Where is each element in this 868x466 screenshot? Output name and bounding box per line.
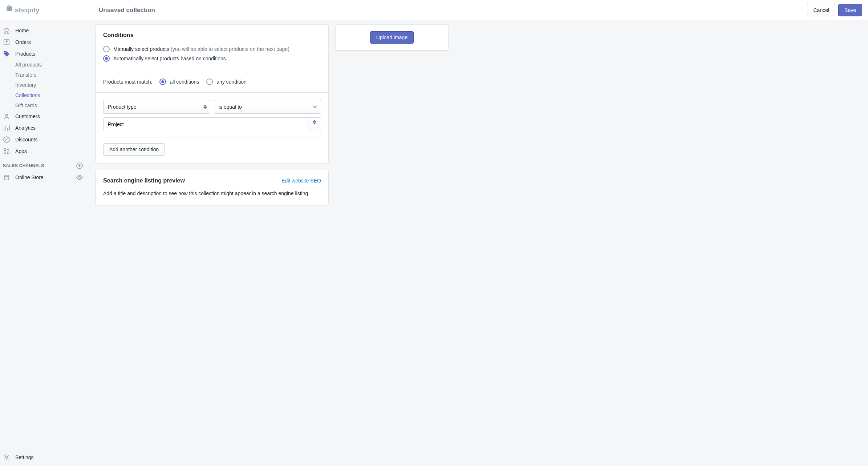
seo-description: Add a title and description to see how t… <box>103 190 321 197</box>
view-store-icon[interactable] <box>76 174 83 181</box>
analytics-icon <box>3 124 10 132</box>
sidebar-item-customers[interactable]: Customers <box>0 111 87 122</box>
upload-image-button[interactable]: Upload image <box>370 31 414 44</box>
add-condition-button[interactable]: Add another condition <box>103 143 165 156</box>
logo-area: shopify <box>0 4 87 16</box>
select-arrows-icon <box>203 105 207 109</box>
main-column: Conditions Manually select products (you… <box>96 25 328 212</box>
subnav-transfers[interactable]: Transfers <box>15 70 87 80</box>
subnav-gift-cards[interactable]: Gift cards <box>15 100 87 111</box>
svg-rect-5 <box>4 152 6 154</box>
online-store-icon <box>3 174 10 181</box>
condition-operator-select[interactable]: is equal to <box>214 100 321 114</box>
radio-auto-label: Automatically select products based on c… <box>113 56 226 61</box>
condition-field-select[interactable]: Product type <box>103 100 210 114</box>
sidebar-item-home[interactable]: Home <box>0 25 87 36</box>
cancel-button[interactable]: Cancel <box>807 4 835 16</box>
sidebar-item-label: Customers <box>15 113 40 119</box>
match-row: Products must match: all conditions any … <box>103 73 321 85</box>
svg-point-8 <box>79 177 81 178</box>
sidebar-item-label: Apps <box>15 148 27 154</box>
topbar-actions: Cancel Save <box>807 4 868 16</box>
seo-card: Search engine listing preview Edit websi… <box>96 170 328 205</box>
orders-icon <box>3 39 10 46</box>
select-value: is equal to <box>219 104 242 110</box>
radio-manual-hint: (you will be able to select products on … <box>171 46 289 52</box>
radio-any-label: any condition <box>216 79 247 85</box>
radio-auto[interactable]: Automatically select products based on c… <box>103 54 321 63</box>
sidebar-item-online-store[interactable]: Online Store <box>0 172 87 183</box>
sidebar-item-orders[interactable]: Orders <box>0 36 87 48</box>
subnav-collections[interactable]: Collections <box>15 90 87 100</box>
sidebar-item-analytics[interactable]: Analytics <box>0 122 87 134</box>
save-button[interactable]: Save <box>838 4 862 16</box>
home-icon <box>3 27 10 34</box>
radio-icon <box>103 46 110 52</box>
divider <box>103 137 321 137</box>
radio-icon <box>206 79 213 85</box>
sidebar-item-label: Discounts <box>15 137 37 142</box>
svg-rect-4 <box>4 149 6 150</box>
sales-channels-heading: SALES CHANNELS <box>0 157 87 172</box>
seo-heading: Search engine listing preview <box>103 177 185 184</box>
customers-icon <box>3 113 10 120</box>
match-label: Products must match: <box>103 79 152 85</box>
conditions-heading: Conditions <box>103 32 321 39</box>
radio-icon <box>159 79 166 85</box>
sidebar-item-label: Home <box>15 28 29 33</box>
sidebar-item-label: Products <box>15 51 35 57</box>
condition-value-input[interactable] <box>104 118 308 131</box>
sidebar-item-label: Online Store <box>15 174 71 180</box>
radio-manual[interactable]: Manually select products (you will be ab… <box>103 44 321 54</box>
topbar: shopify Unsaved collection Cancel Save <box>0 0 868 20</box>
sidebar-item-products[interactable]: Products <box>0 48 87 60</box>
radio-icon <box>103 55 110 62</box>
radio-all-label: all conditions <box>170 79 199 85</box>
products-icon <box>3 50 10 57</box>
nav: Home Orders Products All products Transf… <box>0 20 87 221</box>
sidebar-item-label: Analytics <box>15 125 36 131</box>
page-title: Unsaved collection <box>87 7 807 14</box>
svg-rect-6 <box>7 152 9 154</box>
radio-any-condition[interactable]: any condition <box>206 79 247 85</box>
image-card: Upload image <box>336 25 448 50</box>
side-column: Upload image <box>336 25 448 50</box>
svg-text:shopify: shopify <box>15 6 40 14</box>
shopify-logo-icon: shopify <box>4 4 45 16</box>
subnav-inventory[interactable]: Inventory <box>15 80 87 90</box>
svg-point-2 <box>5 114 8 116</box>
condition-value-wrap <box>103 117 321 131</box>
apps-icon <box>3 148 10 155</box>
sidebar-item-label: Orders <box>15 39 31 45</box>
chevron-down-icon <box>313 105 317 108</box>
condition-row: Product type is equal to <box>103 100 321 114</box>
edit-seo-link[interactable]: Edit website SEO <box>281 178 321 184</box>
conditions-card: Conditions Manually select products (you… <box>96 25 328 163</box>
select-value: Product type <box>108 104 137 110</box>
condition-value-suggest-icon[interactable] <box>308 118 321 131</box>
sales-channels-label: SALES CHANNELS <box>3 163 44 168</box>
sidebar-item-apps[interactable]: Apps <box>0 145 87 157</box>
content: Conditions Manually select products (you… <box>87 20 868 221</box>
products-subnav: All products Transfers Inventory Collect… <box>0 60 87 111</box>
radio-all-conditions[interactable]: all conditions <box>159 79 199 85</box>
sidebar: Home Orders Products All products Transf… <box>0 20 87 221</box>
discounts-icon <box>3 136 10 143</box>
add-channel-icon[interactable] <box>76 162 83 169</box>
sidebar-item-discounts[interactable]: Discounts <box>0 134 87 145</box>
radio-manual-label: Manually select products <box>113 46 169 52</box>
subnav-all-products[interactable]: All products <box>15 60 87 70</box>
